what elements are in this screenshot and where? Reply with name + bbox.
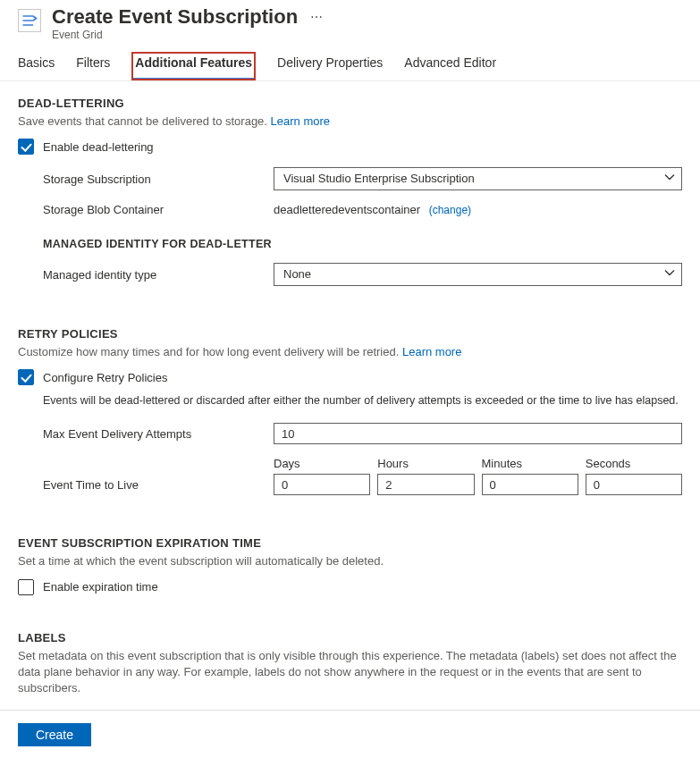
tab-additional-features[interactable]: Additional Features [131, 52, 256, 80]
create-button[interactable]: Create [18, 723, 91, 746]
ttl-days-header: Days [274, 457, 370, 470]
dead-letter-learn-more-link[interactable]: Learn more [271, 114, 330, 128]
ttl-minutes-input[interactable] [482, 474, 578, 495]
labels-heading: LABELS [18, 631, 682, 644]
max-attempts-input[interactable] [274, 423, 682, 444]
page-title: Create Event Subscription [52, 5, 298, 28]
retry-heading: RETRY POLICIES [18, 327, 682, 341]
enable-expiration-checkbox[interactable] [18, 579, 34, 595]
max-attempts-label: Max Event Delivery Attempts [43, 427, 274, 441]
tab-basics[interactable]: Basics [18, 52, 55, 80]
tab-advanced-editor[interactable]: Advanced Editor [404, 52, 496, 80]
event-grid-icon [18, 9, 41, 32]
enable-dead-letter-label: Enable dead-lettering [43, 140, 154, 154]
expiration-heading: EVENT SUBSCRIPTION EXPIRATION TIME [18, 536, 682, 550]
ttl-days-input[interactable] [274, 474, 370, 495]
dead-letter-heading: DEAD-LETTERING [18, 97, 682, 110]
managed-identity-label: Managed identity type [43, 268, 274, 282]
expiration-desc: Set a time at which the event subscripti… [18, 553, 682, 569]
ttl-label: Event Time to Live [43, 478, 274, 495]
configure-retry-checkbox[interactable] [18, 369, 34, 385]
ttl-seconds-input[interactable] [586, 474, 682, 495]
more-icon[interactable]: ⋯ [310, 10, 324, 24]
ttl-minutes-header: Minutes [482, 457, 578, 470]
dead-letter-desc-text: Save events that cannot be delivered to … [18, 114, 267, 128]
blob-container-change-link[interactable]: (change) [429, 204, 471, 216]
page-subtitle: Event Grid [52, 29, 682, 41]
blob-container-label: Storage Blob Container [43, 203, 274, 216]
retry-learn-more-link[interactable]: Learn more [402, 345, 461, 358]
tab-filters[interactable]: Filters [76, 52, 110, 80]
labels-desc: Set metadata on this event subscription … [18, 648, 682, 697]
retry-desc: Customize how many times and for how lon… [18, 344, 682, 360]
ttl-hours-header: Hours [377, 457, 474, 470]
retry-desc-text: Customize how many times and for how lon… [18, 345, 399, 358]
blob-container-value: deadletteredeventscontainer [274, 203, 420, 216]
dead-letter-desc: Save events that cannot be delivered to … [18, 114, 682, 130]
enable-dead-letter-checkbox[interactable] [18, 139, 34, 155]
enable-expiration-label: Enable expiration time [43, 580, 158, 594]
storage-subscription-label: Storage Subscription [43, 173, 274, 186]
ttl-hours-input[interactable] [377, 474, 474, 495]
tab-strip: Basics Filters Additional Features Deliv… [0, 45, 700, 81]
retry-hint: Events will be dead-lettered or discarde… [43, 394, 682, 407]
ttl-seconds-header: Seconds [586, 457, 682, 470]
tab-delivery-properties[interactable]: Delivery Properties [277, 52, 383, 80]
configure-retry-label: Configure Retry Policies [43, 371, 167, 384]
storage-subscription-select[interactable]: Visual Studio Enterprise Subscription [274, 167, 682, 190]
managed-identity-select[interactable]: None [274, 263, 682, 286]
managed-identity-heading: MANAGED IDENTITY FOR DEAD-LETTER [43, 238, 682, 250]
